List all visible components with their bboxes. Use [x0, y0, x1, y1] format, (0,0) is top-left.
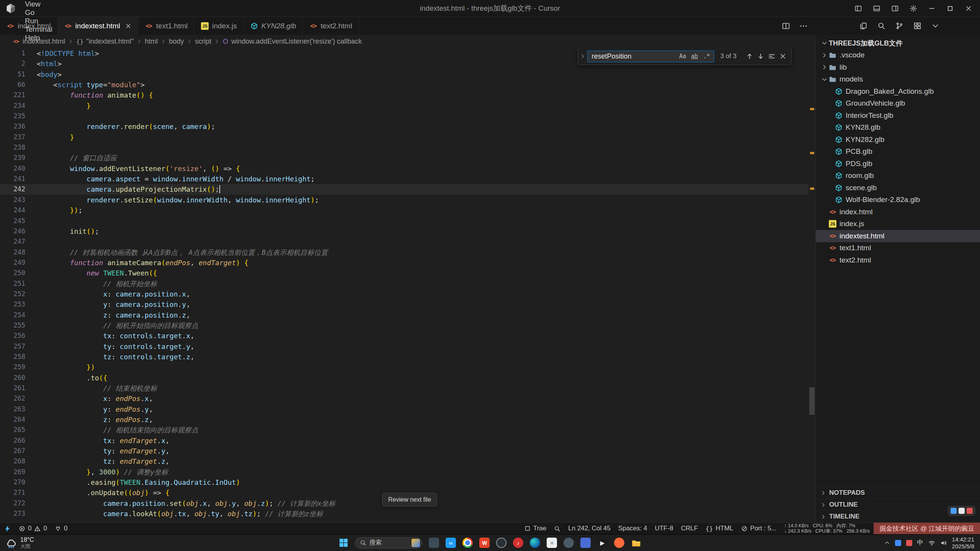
find-input[interactable]: resetPosition Aa ab .* [587, 51, 714, 62]
indentation[interactable]: Spaces: 4 [614, 523, 651, 534]
toggle-secondary-sidebar-icon[interactable] [891, 5, 899, 12]
community-badge[interactable]: 掘金技术社区 @ 江城开朗的豌豆 [874, 523, 980, 534]
tree-item-wolf-blender-2-82a-glb[interactable]: Wolf-Blender-2.82a.glb [816, 194, 980, 206]
code-line-252[interactable]: 252 x: camera.position.x, [0, 289, 808, 299]
toggle-replace-chevron[interactable] [578, 48, 587, 65]
start-button[interactable] [339, 538, 348, 548]
taskbar-app-window-app-icon[interactable] [429, 538, 439, 548]
code-line-241[interactable]: 241 camera.aspect = window.innerWidth / … [0, 174, 808, 184]
code-area[interactable]: 1<!DOCTYPE html>2<html>51<body>66 <scrip… [0, 48, 808, 522]
taskbar-app-browser-app-icon[interactable] [614, 538, 624, 548]
tree-item-lib[interactable]: lib [816, 61, 980, 73]
close-tab-icon[interactable] [125, 23, 132, 29]
tree-item-kyn282-glb[interactable]: KYN282.glb [816, 134, 980, 146]
tray-app-icon[interactable] [906, 540, 912, 546]
taskbar-app-comm-app-icon[interactable] [580, 538, 591, 548]
find-in-selection-button[interactable] [768, 52, 776, 60]
trae-indicator[interactable]: Trae [521, 523, 550, 534]
code-line-247[interactable]: 247 [0, 236, 808, 247]
match-case-toggle[interactable]: Aa [677, 52, 688, 60]
tree-item-pds-glb[interactable]: PDS.glb [816, 158, 980, 170]
remote-indicator[interactable] [0, 523, 15, 534]
code-line-249[interactable]: 249 function animateCamera(endPos, endTa… [0, 258, 808, 268]
menu-run[interactable]: Run [20, 17, 60, 25]
extensions-icon[interactable] [913, 22, 921, 30]
find-query-text[interactable]: resetPosition [591, 52, 676, 60]
code-line-266[interactable]: 266 tx: endTarget.x, [0, 435, 808, 446]
taskbar-app-vscode-icon[interactable]: ‹› [446, 538, 456, 548]
volume-icon[interactable] [940, 540, 947, 546]
source-control-icon[interactable] [895, 22, 903, 30]
code-line-254[interactable]: 254 z: camera.position.z, [0, 310, 808, 320]
more-actions-icon[interactable] [799, 22, 808, 30]
code-line-237[interactable]: 237 } [0, 132, 808, 142]
taskbar-search[interactable]: 搜索 [355, 537, 422, 549]
code-line-240[interactable]: 240 window.addEventListener('resize', ()… [0, 163, 808, 174]
code-line-261[interactable]: 261 // 结束相机坐标 [0, 383, 808, 393]
regex-toggle[interactable]: .* [701, 52, 712, 60]
open-editors-icon[interactable] [859, 22, 867, 30]
taskbar-app-game-app-icon[interactable] [564, 538, 574, 548]
breadcrumb-item-window-addeventlistener-resize-callback[interactable]: window.addEventListener('resize') callba… [222, 37, 362, 46]
code-line-256[interactable]: 256 tx: controls.target.x, [0, 331, 808, 341]
close-find-button[interactable] [779, 52, 787, 60]
code-line-234[interactable]: 234 } [0, 101, 808, 111]
eol-sequence[interactable]: CRLF [677, 523, 702, 534]
clock[interactable]: 14:42:21 2025/5/8 [952, 536, 974, 550]
code-line-262[interactable]: 262 x: endPos.x, [0, 393, 808, 404]
code-line-263[interactable]: 263 y: endPos.y, [0, 404, 808, 414]
problems-indicator[interactable]: 0 0 [15, 523, 51, 534]
editor-scrollbar[interactable] [808, 48, 815, 522]
ime-indicator[interactable]: 中 [917, 539, 923, 547]
encoding[interactable]: UTF-8 [651, 523, 677, 534]
code-line-246[interactable]: 246 init(); [0, 226, 808, 236]
close-window-button[interactable] [965, 5, 972, 12]
tab-indextest-html[interactable]: <>indextest.html [58, 17, 139, 35]
tab-text2-html[interactable]: <>text2.html [303, 17, 359, 35]
menu-help[interactable]: Help [20, 34, 60, 42]
code-line-239[interactable]: 239 // 窗口自适应 [0, 153, 808, 163]
tree-item-groundvehicle-glb[interactable]: GroundVehicle.glb [816, 98, 980, 110]
tree-item-pcb-glb[interactable]: PCB.glb [816, 146, 980, 158]
menu-go[interactable]: Go [20, 8, 60, 17]
code-line-243[interactable]: 243 renderer.setSize(window.innerWidth, … [0, 195, 808, 205]
section-notepads[interactable]: NOTEPADS [816, 487, 980, 499]
code-line-267[interactable]: 267 ty: endTarget.y, [0, 446, 808, 456]
tree-root[interactable]: THREEJS加载GLB文件 [816, 37, 980, 49]
menu-view[interactable]: View [20, 0, 60, 8]
breadcrumb-item-script[interactable]: script [195, 37, 211, 46]
maximize-button[interactable] [946, 5, 954, 12]
tree-item-vscode[interactable]: .vscode [816, 49, 980, 62]
toggle-panel-icon[interactable] [873, 5, 880, 12]
settings-gear-icon[interactable] [910, 5, 917, 12]
taskbar-app-wps-icon[interactable]: W [479, 538, 490, 548]
tree-item-kyn28-glb[interactable]: KYN28.glb [816, 122, 980, 134]
next-match-button[interactable] [757, 52, 764, 60]
tree-item-text2-html[interactable]: <>text2.html [816, 254, 980, 266]
tree-item-indextest-html[interactable]: <>indextest.html [816, 230, 980, 242]
taskbar-app-notes-app-icon[interactable]: ≡ [547, 538, 557, 548]
floating-toolbar-icon[interactable] [967, 508, 973, 514]
taskbar-app-edge-icon[interactable] [530, 538, 540, 548]
code-line-259[interactable]: 259 }) [0, 362, 808, 372]
tab-kyn28-glb[interactable]: KYN28.glb [244, 17, 303, 35]
code-line-248[interactable]: 248 // 封装相机动画函数 从A点到B点， A点表示相机当前位置，B点表示相… [0, 247, 808, 258]
code-line-51[interactable]: 51<body> [0, 69, 808, 80]
tree-item-scene-glb[interactable]: scene.glb [816, 182, 980, 194]
cursor-position[interactable]: Ln 242, Col 45 [564, 523, 614, 534]
tree-item-index-js[interactable]: JSindex.js [816, 218, 980, 230]
language-mode[interactable]: {} HTML [702, 523, 737, 534]
taskbar-app-chrome-icon[interactable] [462, 538, 473, 548]
tree-item-models[interactable]: models [816, 73, 980, 86]
search-icon[interactable] [877, 22, 885, 30]
code-line-66[interactable]: 66 <script type="module"> [0, 80, 808, 90]
network-icon[interactable] [928, 540, 935, 546]
code-line-265[interactable]: 265 // 相机结束指向的目标观察点 [0, 425, 808, 435]
code-line-253[interactable]: 253 y: camera.position.y, [0, 299, 808, 310]
taskbar-app-file-explorer-icon[interactable] [631, 538, 641, 548]
tree-item-interiortest-glb[interactable]: InteriorTest.glb [816, 109, 980, 122]
collapse-sidebar-icon[interactable] [931, 22, 939, 30]
code-line-236[interactable]: 236 renderer.render(scene, camera); [0, 121, 808, 132]
toggle-sidebar-icon[interactable] [854, 5, 862, 12]
hidden-icons-chevron[interactable] [884, 540, 890, 546]
